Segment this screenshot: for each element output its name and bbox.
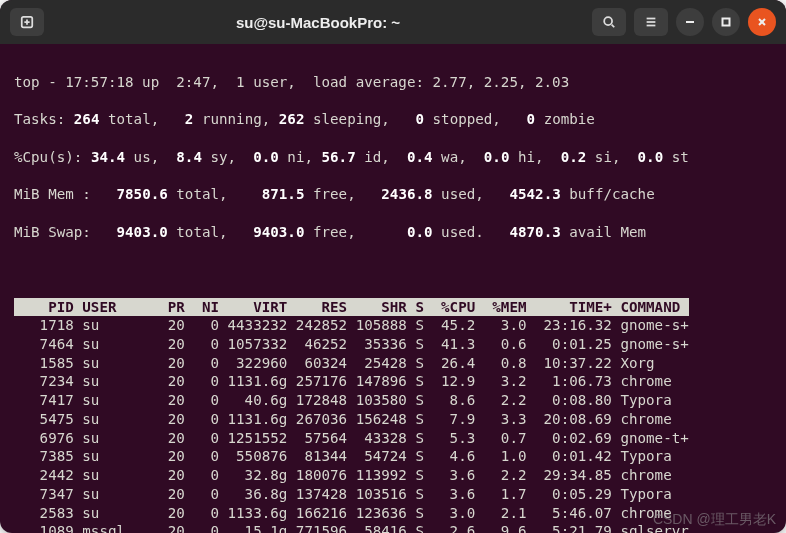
process-row: 2442 su 20 0 32.8g 180076 113992 S 3.6 2…	[14, 466, 772, 485]
process-row: 7234 su 20 0 1131.6g 257176 147896 S 12.…	[14, 372, 772, 391]
watermark: CSDN @理工男老K	[653, 511, 776, 529]
process-header: PID USER PR NI VIRT RES SHR S %CPU %MEM …	[14, 298, 689, 317]
process-list: 1718 su 20 0 4433232 242852 105888 S 45.…	[14, 316, 772, 533]
svg-rect-9	[723, 19, 730, 26]
process-row: 6976 su 20 0 1251552 57564 43328 S 5.3 0…	[14, 429, 772, 448]
search-button[interactable]	[592, 8, 626, 36]
search-icon	[602, 15, 616, 29]
summary-line-tasks: Tasks: 264 total, 2 running, 262 sleepin…	[14, 110, 772, 129]
svg-point-3	[604, 17, 612, 25]
minimize-button[interactable]	[676, 8, 704, 36]
process-row: 1718 su 20 0 4433232 242852 105888 S 45.…	[14, 316, 772, 335]
process-row: 5475 su 20 0 1131.6g 267036 156248 S 7.9…	[14, 410, 772, 429]
process-row: 7417 su 20 0 40.6g 172848 103580 S 8.6 2…	[14, 391, 772, 410]
terminal-content[interactable]: top - 17:57:18 up 2:47, 1 user, load ave…	[0, 44, 786, 533]
process-row: 7464 su 20 0 1057332 46252 35336 S 41.3 …	[14, 335, 772, 354]
terminal-window: su@su-MacBookPro: ~ top - 17:57:18 up 2:…	[0, 0, 786, 533]
summary-line-uptime: top - 17:57:18 up 2:47, 1 user, load ave…	[14, 73, 772, 92]
blank-line	[14, 260, 772, 279]
new-tab-button[interactable]	[10, 8, 44, 36]
window-title: su@su-MacBookPro: ~	[52, 14, 584, 31]
svg-line-4	[612, 25, 615, 28]
summary-line-cpu: %Cpu(s): 34.4 us, 8.4 sy, 0.0 ni, 56.7 i…	[14, 148, 772, 167]
process-row: 7385 su 20 0 550876 81344 54724 S 4.6 1.…	[14, 447, 772, 466]
summary-line-mem: MiB Mem : 7850.6 total, 871.5 free, 2436…	[14, 185, 772, 204]
menu-button[interactable]	[634, 8, 668, 36]
close-icon	[757, 17, 767, 27]
hamburger-icon	[644, 15, 658, 29]
minimize-icon	[685, 17, 695, 27]
summary-line-swap: MiB Swap: 9403.0 total, 9403.0 free, 0.0…	[14, 223, 772, 242]
titlebar: su@su-MacBookPro: ~	[0, 0, 786, 44]
process-row: 1585 su 20 0 322960 60324 25428 S 26.4 0…	[14, 354, 772, 373]
process-row: 7347 su 20 0 36.8g 137428 103516 S 3.6 1…	[14, 485, 772, 504]
close-button[interactable]	[748, 8, 776, 36]
maximize-icon	[721, 17, 731, 27]
maximize-button[interactable]	[712, 8, 740, 36]
